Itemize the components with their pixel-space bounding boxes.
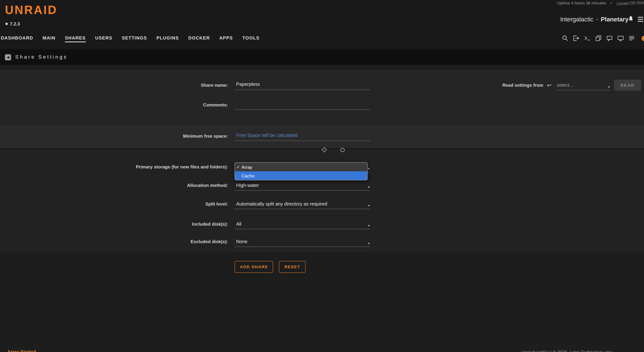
- included-disks-label: Included disk(s):: [0, 222, 228, 226]
- check-icon: ✓: [235, 165, 242, 169]
- chevron-down-icon: ▾: [368, 224, 370, 228]
- import-arrow-icon: ↩: [547, 82, 552, 88]
- share-name-input[interactable]: [234, 81, 370, 90]
- page-title-bar: ◀ Share Settings: [0, 49, 644, 65]
- nav-item-apps[interactable]: APPS: [219, 36, 233, 42]
- logout-icon[interactable]: [573, 35, 580, 42]
- unraid-logo[interactable]: UNRAID: [5, 3, 58, 17]
- chevron-down-icon: ▾: [608, 85, 610, 88]
- status-dot-icon: [642, 36, 644, 41]
- dropdown-option-array[interactable]: ✓ Array: [235, 163, 367, 172]
- allocation-method-label: Allocation method:: [0, 183, 228, 188]
- read-settings-select[interactable]: select... ▾: [555, 80, 610, 90]
- notifications-bell-icon[interactable]: [628, 16, 634, 24]
- main-nav: DASHBOARD MAIN SHARES USERS SETTINGS PLU…: [1, 36, 260, 42]
- server-description: Planetary: [601, 16, 628, 23]
- footer-copyright: Unraid webGui © 2025, Lime Technology, I…: [522, 350, 613, 352]
- comments-input[interactable]: [234, 101, 370, 110]
- nav-item-settings[interactable]: SETTINGS: [122, 36, 147, 42]
- split-level-row: Split level: Automatically split any dir…: [0, 195, 644, 213]
- os-ribbon-text: Unraid OS Stor: [616, 0, 644, 6]
- comments-label: Comments:: [0, 102, 228, 107]
- split-level-select[interactable]: Automatically split any directory as req…: [234, 199, 370, 209]
- copy-icon[interactable]: [595, 35, 602, 42]
- unraid-share-settings-page: UNRAID 7.2.3 Uptime 4 hours 36 minutes •…: [0, 0, 644, 352]
- search-icon[interactable]: [562, 35, 568, 42]
- primary-storage-dropdown: ✓ Array Cache: [234, 162, 368, 180]
- read-settings-select-value: select...: [557, 82, 573, 88]
- array-status-link[interactable]: Array Started: [8, 349, 36, 352]
- excluded-disks-label: Excluded disk(s):: [0, 239, 228, 244]
- share-name-label: Share name:: [0, 83, 228, 88]
- nav-item-users[interactable]: USERS: [95, 36, 112, 42]
- split-level-value: Automatically split any directory as req…: [236, 201, 327, 206]
- allocation-method-select[interactable]: High-water ▾: [234, 180, 370, 190]
- included-disks-value: All: [236, 221, 242, 226]
- back-button[interactable]: ◀: [5, 54, 11, 60]
- allocation-method-value: High-water: [236, 183, 259, 188]
- log-icon[interactable]: [628, 35, 635, 42]
- add-share-button[interactable]: ADD SHARE: [234, 261, 273, 273]
- min-free-space-row: Minimum free space:: [0, 127, 644, 145]
- uptime-text: Uptime 4 hours 36 minutes: [557, 1, 606, 5]
- utility-icons: [562, 35, 635, 42]
- header: UNRAID 7.2.3 Uptime 4 hours 36 minutes •…: [0, 0, 644, 49]
- chevron-down-icon: ▾: [368, 185, 370, 189]
- dropdown-option-label: Array: [242, 164, 252, 170]
- excluded-disks-row: Excluded disk(s): None ▾: [0, 233, 644, 251]
- dropdown-option-label: Cache: [242, 173, 254, 178]
- nav-item-docker[interactable]: DOCKER: [188, 36, 210, 42]
- dropdown-option-cache[interactable]: Cache: [235, 172, 367, 180]
- excluded-disks-value: None: [236, 239, 248, 244]
- split-level-label: Split level:: [0, 201, 228, 206]
- separator-bullet: •: [596, 16, 598, 22]
- read-settings-cluster: Read settings from ↩ select... ▾ READ: [502, 76, 641, 94]
- nav-item-shares[interactable]: SHARES: [65, 36, 86, 42]
- back-arrow-icon: ◀: [7, 55, 10, 59]
- nav-item-tools[interactable]: TOOLS: [242, 36, 260, 42]
- comments-row: Comments:: [0, 96, 644, 114]
- terminal-icon[interactable]: [584, 35, 591, 42]
- server-identity: Intergalactic • Planetary: [560, 16, 628, 23]
- crosshair-cursor-icon: [321, 147, 327, 154]
- form-actions: ADD SHARE RESET: [234, 261, 306, 273]
- version-dot-icon: [5, 22, 8, 25]
- separator-bullet: •: [610, 1, 612, 5]
- server-name[interactable]: Intergalactic: [560, 16, 594, 23]
- read-settings-label: Read settings from: [502, 83, 543, 88]
- chevron-down-icon: ▾: [368, 241, 370, 245]
- page-title: Share Settings: [15, 54, 68, 60]
- menu-icon[interactable]: [638, 17, 643, 22]
- chevron-down-icon: ▾: [368, 204, 370, 207]
- nav-item-dashboard[interactable]: DASHBOARD: [1, 36, 33, 42]
- min-free-space-label: Minimum free space:: [0, 134, 228, 138]
- excluded-disks-select[interactable]: None ▾: [234, 236, 370, 247]
- read-button[interactable]: READ: [614, 80, 641, 90]
- min-free-space-input[interactable]: [234, 132, 370, 141]
- version-indicator: 7.2.3: [5, 22, 20, 26]
- nav-item-plugins[interactable]: PLUGINS: [156, 36, 179, 42]
- circle-marker-icon: [340, 148, 344, 152]
- chevron-down-icon: ▾: [368, 166, 370, 170]
- uptime-line: Uptime 4 hours 36 minutes • Unraid OS St…: [557, 1, 644, 5]
- primary-storage-label: Primary storage (for new files and folde…: [0, 164, 228, 169]
- included-disks-select[interactable]: All ▾: [234, 219, 370, 229]
- included-disks-row: Included disk(s): All ▾: [0, 215, 644, 233]
- monitor-icon[interactable]: [617, 35, 624, 42]
- nav-item-main[interactable]: MAIN: [42, 36, 56, 42]
- reset-button[interactable]: RESET: [279, 261, 306, 273]
- feedback-icon[interactable]: [606, 35, 613, 42]
- version-number: 7.2.3: [10, 22, 20, 26]
